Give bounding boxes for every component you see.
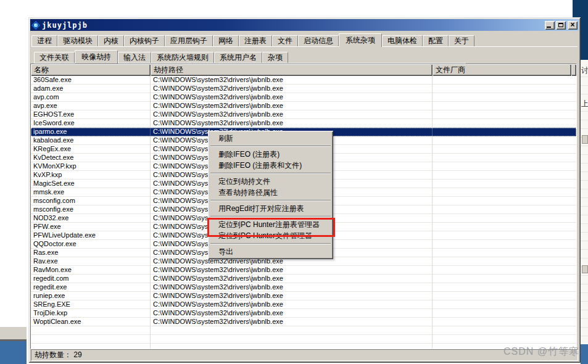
- table-empty-row: [31, 326, 576, 335]
- minimize-button[interactable]: [545, 21, 555, 30]
- main-tab-8[interactable]: 文件: [272, 35, 298, 46]
- table-cell: [433, 223, 576, 231]
- menu-item-delete-ifeo-registry-file[interactable]: 删除IFEO (注册表和文件): [209, 160, 333, 171]
- main-tab-4[interactable]: 内核钩子: [124, 35, 165, 46]
- table-cell: iparmo.exe: [31, 128, 151, 136]
- table-cell: [31, 326, 151, 335]
- column-header-hijack-path[interactable]: 劫持路径: [151, 64, 433, 76]
- menu-item-open-with-regedit[interactable]: 用RegEdit打开对应注册表: [209, 203, 333, 214]
- column-header-file-vendor[interactable]: 文件厂商: [433, 64, 571, 76]
- menu-item-refresh[interactable]: 刷新: [209, 133, 333, 144]
- main-tab-3[interactable]: 内核: [98, 35, 124, 46]
- table-cell: C:\WINDOWS\system32\drivers\jwbnlb.exe: [151, 318, 433, 326]
- menu-item-view-hijack-path-properties[interactable]: 查看劫持路径属性: [209, 187, 333, 198]
- context-menu: 刷新删除IFEO (注册表)删除IFEO (注册表和文件)定位到劫持文件查看劫持…: [208, 131, 333, 259]
- sub-tab-1[interactable]: 文件关联: [34, 52, 75, 63]
- table-cell: Ras.exe: [31, 249, 151, 257]
- table-cell: avp.exe: [31, 102, 151, 110]
- table-cell: KvDetect.exe: [31, 154, 151, 162]
- titlebar-buttons: ×: [545, 21, 578, 30]
- table-row[interactable]: avp.comC:\WINDOWS\system32\drivers\jwbnl…: [31, 93, 576, 102]
- menu-separator: [210, 243, 331, 244]
- menu-separator: [210, 146, 331, 147]
- table-row[interactable]: regedit.comC:\WINDOWS\system32\drivers\j…: [31, 275, 576, 283]
- sub-tab-2[interactable]: 映像劫持: [75, 50, 118, 64]
- sub-tab-6[interactable]: 杂项: [262, 52, 288, 63]
- window-title: jkuyjlpjb: [42, 21, 543, 30]
- sub-tab-4[interactable]: 系统防火墙规则: [151, 52, 214, 63]
- sub-tab-3[interactable]: 输入法: [118, 52, 151, 63]
- table-cell: Rav.exe: [31, 257, 151, 266]
- table-cell: [433, 292, 576, 300]
- table-row[interactable]: EGHOST.exeC:\WINDOWS\system32\drivers\jw…: [31, 110, 576, 119]
- watermark: CSDN @竹等寒: [503, 345, 579, 358]
- status-bar: 劫持数量： 29: [31, 349, 578, 361]
- table-row[interactable]: IceSword.exeC:\WINDOWS\system32\drivers\…: [31, 119, 576, 128]
- close-button[interactable]: ×: [568, 21, 578, 30]
- table-row[interactable]: RavMon.exeC:\WINDOWS\system32\drivers\jw…: [31, 266, 576, 275]
- table-cell: [433, 335, 576, 344]
- main-tab-11[interactable]: 电脑体检: [382, 35, 423, 46]
- table-cell: NOD32.exe: [31, 214, 151, 223]
- table-cell: WoptiClean.exe: [31, 318, 151, 326]
- main-tab-5[interactable]: 应用层钩子: [165, 35, 213, 46]
- table-cell: [433, 85, 576, 93]
- maximize-button[interactable]: [556, 21, 566, 30]
- background-text-fragment: 上: [581, 99, 588, 109]
- table-row[interactable]: regedit.exeC:\WINDOWS\system32\drivers\j…: [31, 283, 576, 292]
- table-empty-row: [31, 344, 576, 349]
- background-button-fragment: [582, 265, 588, 273]
- table-cell: EGHOST.exe: [31, 110, 151, 119]
- close-icon: ×: [570, 22, 574, 28]
- table-cell: [151, 344, 433, 349]
- table-row[interactable]: avp.exeC:\WINDOWS\system32\drivers\jwbnl…: [31, 102, 576, 110]
- table-row[interactable]: SREng.EXEC:\WINDOWS\system32\drivers\jwb…: [31, 300, 576, 309]
- table-cell: KvXP.kxp: [31, 171, 151, 180]
- table-cell: [433, 93, 576, 102]
- desktop-blue-fragment: [0, 341, 27, 364]
- table-cell: C:\WINDOWS\system32\drivers\jwbnlb.exe: [151, 309, 433, 318]
- main-tab-2[interactable]: 驱动模块: [57, 35, 98, 46]
- table-row[interactable]: adam.exeC:\WINDOWS\system32\drivers\jwbn…: [31, 85, 576, 93]
- table-row[interactable]: 360Safe.exeC:\WINDOWS\system32\drivers\j…: [31, 76, 576, 85]
- table-row[interactable]: runiep.exeC:\WINDOWS\system32\drivers\jw…: [31, 292, 576, 300]
- background-text-fragment: 讨: [581, 65, 588, 76]
- table-cell: [433, 110, 576, 119]
- background-panel-fragment: [0, 326, 27, 341]
- main-tab-10[interactable]: 系统杂项: [339, 33, 382, 47]
- table-row[interactable]: WoptiClean.exeC:\WINDOWS\system32\driver…: [31, 318, 576, 326]
- column-header-name[interactable]: 名称: [31, 64, 151, 76]
- table-empty-row: [31, 335, 576, 344]
- column-header-filler: [571, 64, 576, 76]
- table-cell: C:\WINDOWS\system32\drivers\jwbnlb.exe: [151, 119, 433, 128]
- desktop-blue-fragment: [581, 344, 588, 364]
- table-cell: [433, 102, 576, 110]
- main-tab-12[interactable]: 配置: [423, 35, 449, 46]
- table-cell: [433, 145, 576, 154]
- table-row[interactable]: TrojDie.kxpC:\WINDOWS\system32\drivers\j…: [31, 309, 576, 318]
- table-cell: avp.com: [31, 93, 151, 102]
- menu-item-export[interactable]: 导出: [209, 246, 333, 257]
- table-cell: C:\WINDOWS\system32\drivers\jwbnlb.exe: [151, 102, 433, 110]
- main-tab-9[interactable]: 启动信息: [298, 35, 339, 46]
- main-tab-13[interactable]: 关于: [449, 35, 474, 46]
- table-cell: TrojDie.kxp: [31, 309, 151, 318]
- table-cell: [151, 326, 433, 335]
- main-tab-6[interactable]: 网络: [213, 35, 239, 46]
- table-cell: [433, 318, 576, 326]
- table-cell: [433, 240, 576, 249]
- table-cell: [433, 128, 576, 136]
- table-cell: [433, 283, 576, 292]
- menu-item-locate-hijack-file[interactable]: 定位到劫持文件: [209, 176, 333, 187]
- minimize-icon: [547, 27, 551, 28]
- main-tab-1[interactable]: 进程: [31, 35, 57, 46]
- table-header: 名称 劫持路径 文件厂商: [31, 64, 576, 76]
- table-cell: [433, 119, 576, 128]
- annotation-red-box: [207, 218, 335, 237]
- maximize-icon: [558, 23, 563, 27]
- main-tab-7[interactable]: 注册表: [239, 35, 272, 46]
- menu-item-delete-ifeo-registry[interactable]: 删除IFEO (注册表): [209, 149, 333, 160]
- app-icon[interactable]: [31, 21, 40, 30]
- sub-tab-5[interactable]: 系统用户名: [214, 52, 262, 63]
- table-cell: C:\WINDOWS\system32\drivers\jwbnlb.exe: [151, 275, 433, 283]
